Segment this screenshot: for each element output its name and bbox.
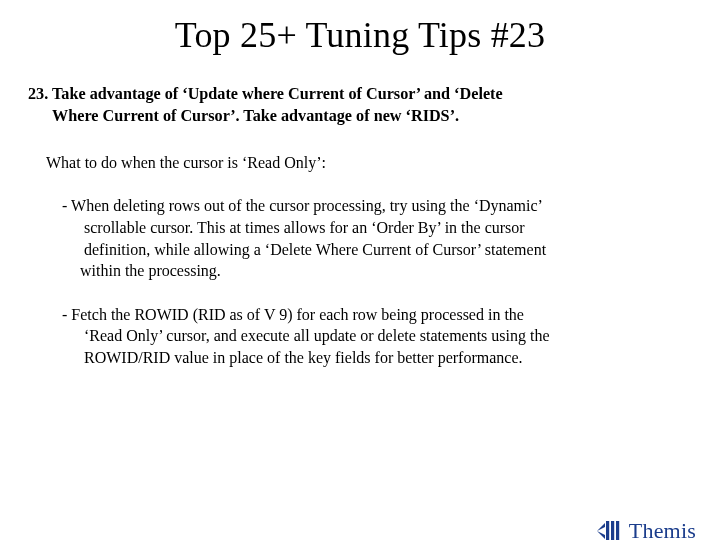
bullet-1-l3: definition, while allowing a ‘Delete Whe… xyxy=(72,239,664,261)
page-title: Top 25+ Tuning Tips #23 xyxy=(0,14,720,56)
tip-line1: Take advantage of ‘Update where Current … xyxy=(52,85,503,103)
logo-icon xyxy=(597,519,623,540)
bullet-1-dash: - xyxy=(62,197,71,214)
tip-heading: 23. Take advantage of ‘Update where Curr… xyxy=(28,84,676,128)
subheading: What to do when the cursor is ‘Read Only… xyxy=(46,152,676,174)
slide-container: Top 25+ Tuning Tips #23 23. Take advanta… xyxy=(0,14,720,540)
bullet-2-l3: ROWID/RID value in place of the key fiel… xyxy=(72,347,664,369)
bullet-2: - Fetch the ROWID (RID as of V 9) for ea… xyxy=(62,304,664,369)
tip-number: 23. xyxy=(28,85,48,103)
svg-rect-3 xyxy=(611,521,614,540)
logo: Themis xyxy=(597,518,696,540)
svg-rect-4 xyxy=(616,521,619,540)
bullet-1: - When deleting rows out of the cursor p… xyxy=(62,195,664,281)
bullet-1-l2: scrollable cursor. This at times allows … xyxy=(72,217,664,239)
tip-line2: Where Current of Cursor’. Take advantage… xyxy=(28,106,676,128)
svg-rect-2 xyxy=(606,521,609,540)
bullet-1-l4: within the processing. xyxy=(72,260,664,282)
bullet-2-l1: Fetch the ROWID (RID as of V 9) for each… xyxy=(71,306,524,323)
bullet-2-l2: ‘Read Only’ cursor, and execute all upda… xyxy=(72,325,664,347)
logo-text: Themis xyxy=(629,518,696,540)
bullet-2-dash: - xyxy=(62,306,71,323)
bullet-1-l1: When deleting rows out of the cursor pro… xyxy=(71,197,543,214)
svg-marker-0 xyxy=(597,523,605,531)
svg-marker-1 xyxy=(597,531,605,539)
